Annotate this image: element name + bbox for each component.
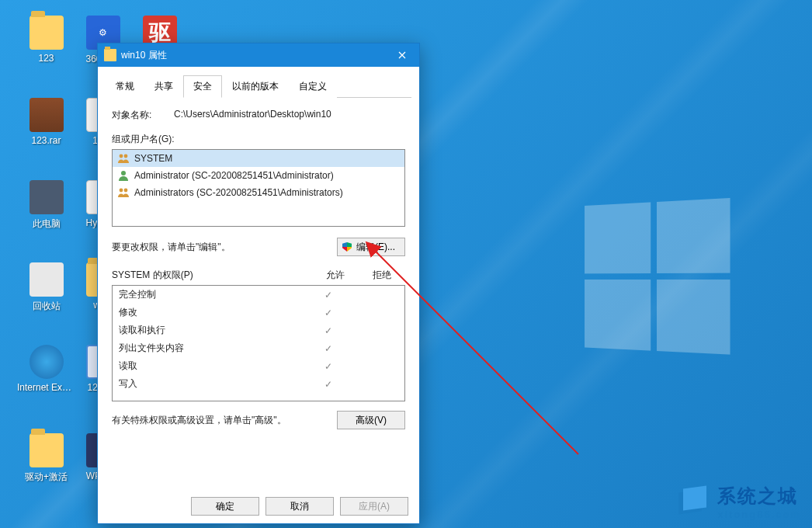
svg-point-2	[121, 171, 126, 175]
allow-check: ✓	[305, 379, 352, 390]
desktop-icon[interactable]: 驱动+激活	[17, 432, 75, 484]
allow-column-header: 允许	[312, 269, 359, 282]
desktop-icon-image	[29, 98, 64, 132]
object-name-label: 对象名称:	[112, 109, 174, 122]
watermark-brand: 系统之城	[717, 484, 801, 509]
desktop-icon-label: Internet Explorer	[17, 382, 75, 393]
svg-rect-7	[683, 485, 706, 510]
desktop-icon-image	[29, 262, 64, 297]
permissions-listbox[interactable]: 完全控制✓修改✓读取和执行✓列出文件夹内容✓读取✓写入✓	[112, 285, 405, 401]
desktop-icon[interactable]: 此电脑	[17, 179, 75, 231]
permission-name: 列出文件夹内容	[119, 342, 305, 355]
permission-name: 读取	[119, 360, 305, 373]
dialog-buttons: 确定 取消 应用(A)	[98, 489, 419, 523]
desktop-icon[interactable]: 回收站	[17, 261, 75, 313]
ok-button[interactable]: 确定	[191, 497, 259, 516]
edit-button[interactable]: 编辑(E)...	[337, 238, 405, 256]
allow-check: ✓	[305, 307, 352, 318]
svg-point-3	[120, 189, 123, 193]
tabs: 常规共享安全以前的版本自定义	[106, 75, 411, 98]
permission-row[interactable]: 读取和执行✓	[113, 321, 404, 339]
user-row[interactable]: Administrators (SC-202008251451\Administ…	[113, 184, 404, 201]
allow-check: ✓	[305, 343, 352, 354]
permission-name: 写入	[119, 377, 305, 391]
tab-0[interactable]: 常规	[106, 75, 144, 98]
user-name: Administrator (SC-202008251451\Administr…	[134, 170, 334, 181]
group-icon	[117, 152, 130, 165]
desktop-icon[interactable]: Internet Explorer	[17, 343, 75, 393]
svg-point-0	[120, 155, 123, 158]
permission-row[interactable]: 列出文件夹内容✓	[113, 339, 404, 357]
advanced-button[interactable]: 高级(V)	[337, 411, 405, 429]
users-listbox[interactable]: SYSTEMAdministrator (SC-202008251451\Adm…	[112, 149, 405, 227]
desktop-icon-label: 驱动+激活	[17, 471, 75, 484]
group-icon	[117, 186, 130, 199]
permission-row[interactable]: 写入✓	[113, 375, 404, 393]
permission-name: 读取和执行	[119, 324, 305, 337]
advanced-hint-text: 有关特殊权限或高级设置，请单击"高级"。	[112, 414, 337, 427]
permission-row[interactable]: 读取✓	[113, 357, 404, 375]
object-name-value: C:\Users\Administrator\Desktop\win10	[174, 109, 405, 122]
desktop-icon-image	[29, 433, 64, 467]
permissions-title: SYSTEM 的权限(P)	[112, 269, 312, 282]
cancel-button[interactable]: 取消	[265, 497, 334, 516]
windows-logo	[585, 198, 737, 362]
desktop-icon-label: 此电脑	[17, 217, 75, 231]
user-row[interactable]: Administrator (SC-202008251451\Administr…	[113, 167, 404, 184]
tab-3[interactable]: 以前的版本	[222, 75, 289, 98]
desktop-icon-label: 回收站	[17, 300, 75, 313]
permission-name: 修改	[119, 306, 305, 319]
desktop-icon-label: 123	[17, 53, 75, 64]
desktop-icon[interactable]: 123.rar	[17, 96, 75, 146]
dialog-body: 对象名称: C:\Users\Administrator\Desktop\win…	[98, 98, 419, 440]
permission-row[interactable]: 修改✓	[113, 304, 404, 321]
user-name: SYSTEM	[134, 153, 172, 164]
svg-point-4	[124, 189, 128, 193]
properties-dialog: win10 属性 常规共享安全以前的版本自定义 对象名称: C:\Users\A…	[97, 43, 420, 524]
folder-icon	[104, 49, 116, 61]
window-title: win10 属性	[121, 49, 384, 62]
desktop-icon-image	[29, 180, 64, 214]
permission-row[interactable]: 完全控制✓	[113, 286, 404, 304]
tab-2[interactable]: 安全	[183, 75, 222, 98]
apply-button[interactable]: 应用(A)	[340, 497, 408, 516]
desktop-icon-label: 123.rar	[17, 135, 75, 146]
user-icon	[117, 169, 130, 182]
watermark-logo-icon	[675, 485, 710, 519]
watermark: 系统之城 xitong86.com	[675, 484, 801, 520]
deny-column-header: 拒绝	[359, 269, 405, 282]
tab-1[interactable]: 共享	[144, 75, 183, 98]
close-button[interactable]	[384, 43, 419, 67]
allow-check: ✓	[305, 290, 352, 300]
user-name: Administrators (SC-202008251451\Administ…	[134, 187, 343, 198]
allow-check: ✓	[305, 361, 352, 372]
group-users-label: 组或用户名(G):	[112, 133, 405, 146]
tab-4[interactable]: 自定义	[289, 75, 337, 98]
desktop-icon[interactable]: 123	[17, 14, 75, 64]
desktop-icon-image	[29, 345, 64, 379]
user-row[interactable]: SYSTEM	[113, 150, 404, 167]
watermark-url: xitong86.com	[717, 509, 801, 520]
desktop-icon-image	[29, 16, 64, 50]
svg-point-1	[124, 155, 128, 158]
titlebar[interactable]: win10 属性	[98, 43, 419, 67]
allow-check: ✓	[305, 325, 352, 336]
permission-name: 完全控制	[119, 288, 305, 301]
close-icon	[398, 51, 406, 59]
edit-hint-text: 要更改权限，请单击"编辑"。	[112, 241, 337, 254]
